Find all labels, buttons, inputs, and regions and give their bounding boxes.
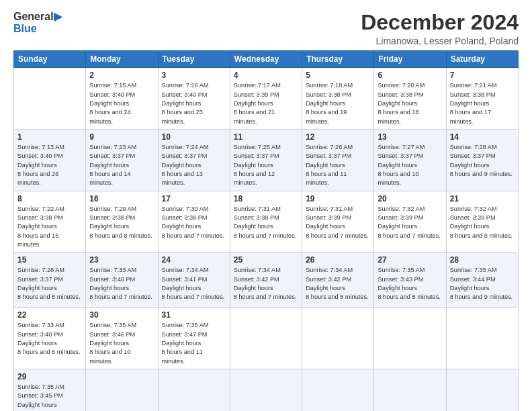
logo: General▶ Blue xyxy=(13,11,62,34)
table-cell: 1 Sunrise: 7:13 AMSunset: 3:40 PMDayligh… xyxy=(14,129,86,191)
day-number: 13 xyxy=(378,132,442,142)
calendar-row: 29 Sunrise: 7:35 AMSunset: 3:45 PMDaylig… xyxy=(14,369,519,411)
day-info: Sunrise: 7:30 AMSunset: 3:38 PMDaylight … xyxy=(162,205,224,239)
day-number: 31 xyxy=(162,310,226,320)
table-cell: 30 Sunrise: 7:35 AMSunset: 3:46 PMDaylig… xyxy=(86,308,158,369)
day-number: 9 xyxy=(89,132,154,142)
table-cell xyxy=(158,369,230,411)
table-cell: 8 Sunrise: 7:22 AMSunset: 3:38 PMDayligh… xyxy=(14,191,86,253)
table-cell xyxy=(302,369,374,411)
day-info: Sunrise: 7:17 AMSunset: 3:39 PMDaylight … xyxy=(234,82,281,124)
table-cell xyxy=(374,308,446,369)
table-cell: 17 Sunrise: 7:30 AMSunset: 3:38 PMDaylig… xyxy=(158,191,230,253)
table-cell: 24 Sunrise: 7:34 AMSunset: 3:41 PMDaylig… xyxy=(158,253,230,308)
table-cell: 20 Sunrise: 7:32 AMSunset: 3:39 PMDaylig… xyxy=(374,191,446,253)
table-cell: 18 Sunrise: 7:31 AMSunset: 3:38 PMDaylig… xyxy=(230,191,302,253)
col-monday: Monday xyxy=(86,51,158,68)
table-cell: 16 Sunrise: 7:29 AMSunset: 3:38 PMDaylig… xyxy=(86,191,158,253)
day-info: Sunrise: 7:28 AMSunset: 3:37 PMDaylight … xyxy=(17,267,80,300)
day-info: Sunrise: 7:32 AMSunset: 3:39 PMDaylight … xyxy=(450,205,513,239)
calendar-row: 2 Sunrise: 7:15 AMSunset: 3:40 PMDayligh… xyxy=(14,68,519,130)
day-number: 20 xyxy=(378,194,442,203)
col-wednesday: Wednesday xyxy=(230,51,302,68)
table-cell: 2 Sunrise: 7:15 AMSunset: 3:40 PMDayligh… xyxy=(86,68,158,130)
table-cell xyxy=(230,369,302,411)
table-cell xyxy=(230,308,302,369)
day-number: 16 xyxy=(89,194,154,203)
day-number: 1 xyxy=(17,132,82,142)
day-info: Sunrise: 7:31 AMSunset: 3:38 PMDaylight … xyxy=(234,205,296,239)
day-info: Sunrise: 7:34 AMSunset: 3:42 PMDaylight … xyxy=(234,267,296,300)
table-cell: 12 Sunrise: 7:26 AMSunset: 3:37 PMDaylig… xyxy=(302,129,374,191)
day-info: Sunrise: 7:26 AMSunset: 3:37 PMDaylight … xyxy=(306,144,353,186)
col-thursday: Thursday xyxy=(302,51,374,68)
day-number: 15 xyxy=(17,255,82,265)
day-number: 7 xyxy=(450,71,515,80)
table-cell: 5 Sunrise: 7:18 AMSunset: 3:38 PMDayligh… xyxy=(302,68,374,130)
day-info: Sunrise: 7:33 AMSunset: 3:40 PMDaylight … xyxy=(17,322,80,355)
day-number: 17 xyxy=(162,194,226,203)
day-number: 5 xyxy=(306,71,370,80)
table-cell xyxy=(446,308,518,369)
table-cell xyxy=(14,68,86,130)
table-cell xyxy=(446,369,518,411)
day-info: Sunrise: 7:35 AMSunset: 3:44 PMDaylight … xyxy=(450,267,513,300)
day-info: Sunrise: 7:21 AMSunset: 3:38 PMDaylight … xyxy=(450,82,497,124)
day-number: 4 xyxy=(234,71,298,80)
day-number: 23 xyxy=(89,255,154,265)
table-cell xyxy=(86,369,158,411)
month-title: December 2024 xyxy=(361,11,519,34)
day-info: Sunrise: 7:33 AMSunset: 3:40 PMDaylight … xyxy=(89,267,152,300)
calendar-table: Sunday Monday Tuesday Wednesday Thursday… xyxy=(13,50,519,411)
table-cell: 10 Sunrise: 7:24 AMSunset: 3:37 PMDaylig… xyxy=(158,129,230,191)
calendar-row: 8 Sunrise: 7:22 AMSunset: 3:38 PMDayligh… xyxy=(14,191,519,253)
table-cell: 13 Sunrise: 7:27 AMSunset: 3:37 PMDaylig… xyxy=(374,129,446,191)
day-number: 22 xyxy=(17,310,82,320)
day-number: 28 xyxy=(450,255,515,265)
day-number: 30 xyxy=(89,310,154,320)
day-info: Sunrise: 7:35 AMSunset: 3:45 PMDaylight … xyxy=(17,383,80,411)
day-number: 29 xyxy=(17,372,82,381)
col-friday: Friday xyxy=(374,51,446,68)
day-number: 10 xyxy=(162,132,226,142)
day-info: Sunrise: 7:32 AMSunset: 3:39 PMDaylight … xyxy=(378,205,440,239)
table-cell: 4 Sunrise: 7:17 AMSunset: 3:39 PMDayligh… xyxy=(230,68,302,130)
table-cell: 27 Sunrise: 7:35 AMSunset: 3:43 PMDaylig… xyxy=(374,253,446,308)
table-cell: 22 Sunrise: 7:33 AMSunset: 3:40 PMDaylig… xyxy=(14,308,86,369)
day-number: 6 xyxy=(378,71,442,80)
header: General▶ Blue December 2024 Limanowa, Le… xyxy=(13,11,519,46)
day-number: 3 xyxy=(162,71,226,80)
day-info: Sunrise: 7:34 AMSunset: 3:42 PMDaylight … xyxy=(306,267,368,300)
day-info: Sunrise: 7:35 AMSunset: 3:47 PMDaylight … xyxy=(162,322,209,364)
day-info: Sunrise: 7:24 AMSunset: 3:37 PMDaylight … xyxy=(162,144,209,186)
day-info: Sunrise: 7:29 AMSunset: 3:38 PMDaylight … xyxy=(89,205,152,239)
table-cell: 28 Sunrise: 7:35 AMSunset: 3:44 PMDaylig… xyxy=(446,253,518,308)
day-info: Sunrise: 7:18 AMSunset: 3:38 PMDaylight … xyxy=(306,82,353,124)
day-number: 8 xyxy=(17,194,82,203)
col-sunday: Sunday xyxy=(14,51,86,68)
calendar-row: 15 Sunrise: 7:28 AMSunset: 3:37 PMDaylig… xyxy=(14,253,519,308)
table-cell: 25 Sunrise: 7:34 AMSunset: 3:42 PMDaylig… xyxy=(230,253,302,308)
day-info: Sunrise: 7:25 AMSunset: 3:37 PMDaylight … xyxy=(234,144,281,186)
table-cell: 9 Sunrise: 7:23 AMSunset: 3:37 PMDayligh… xyxy=(86,129,158,191)
table-cell: 23 Sunrise: 7:33 AMSunset: 3:40 PMDaylig… xyxy=(86,253,158,308)
page: General▶ Blue December 2024 Limanowa, Le… xyxy=(0,0,532,411)
day-number: 25 xyxy=(234,255,298,265)
table-cell xyxy=(302,308,374,369)
col-saturday: Saturday xyxy=(446,51,518,68)
calendar-row: 1 Sunrise: 7:13 AMSunset: 3:40 PMDayligh… xyxy=(14,129,519,191)
table-cell: 31 Sunrise: 7:35 AMSunset: 3:47 PMDaylig… xyxy=(158,308,230,369)
day-info: Sunrise: 7:27 AMSunset: 3:37 PMDaylight … xyxy=(378,144,425,186)
day-number: 2 xyxy=(89,71,154,80)
table-cell: 3 Sunrise: 7:16 AMSunset: 3:40 PMDayligh… xyxy=(158,68,230,130)
day-info: Sunrise: 7:22 AMSunset: 3:38 PMDaylight … xyxy=(17,205,64,248)
day-number: 18 xyxy=(234,194,298,203)
table-cell xyxy=(374,369,446,411)
table-cell: 7 Sunrise: 7:21 AMSunset: 3:38 PMDayligh… xyxy=(446,68,518,130)
title-block: December 2024 Limanowa, Lesser Poland, P… xyxy=(361,11,519,46)
day-info: Sunrise: 7:20 AMSunset: 3:38 PMDaylight … xyxy=(378,82,425,124)
table-cell: 21 Sunrise: 7:32 AMSunset: 3:39 PMDaylig… xyxy=(446,191,518,253)
day-number: 14 xyxy=(450,132,515,142)
day-number: 19 xyxy=(306,194,370,203)
day-number: 21 xyxy=(450,194,515,203)
